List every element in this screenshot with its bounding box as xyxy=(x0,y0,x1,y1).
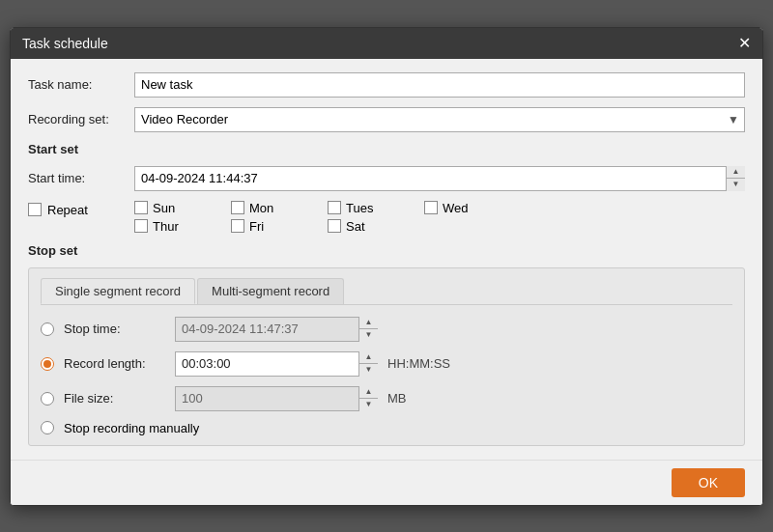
recording-set-select[interactable]: Video Recorder xyxy=(134,107,745,132)
record-length-up-arrow[interactable]: ▲ xyxy=(359,351,378,365)
thur-label: Thur xyxy=(153,219,179,234)
task-name-row: Task name: xyxy=(28,72,745,98)
stop-set-title: Stop set xyxy=(28,243,745,258)
fri-label: Fri xyxy=(249,219,264,234)
tues-label: Tues xyxy=(346,201,373,215)
record-length-unit: HH:MM:SS xyxy=(387,356,450,371)
stop-time-down-arrow[interactable]: ▼ xyxy=(359,329,378,342)
file-size-radio[interactable] xyxy=(41,392,54,406)
start-time-input[interactable] xyxy=(134,166,745,191)
file-size-arrows: ▲ ▼ xyxy=(358,386,378,411)
start-time-wrapper: ▲ ▼ xyxy=(134,166,745,191)
dialog-title: Task schedule xyxy=(22,36,108,51)
task-name-label: Task name: xyxy=(28,77,134,92)
file-size-spinbox-wrapper: ▲ ▼ xyxy=(175,386,378,411)
sat-checkbox[interactable] xyxy=(328,219,341,233)
stop-time-spinbox-wrapper: ▲ ▼ xyxy=(175,317,378,342)
recording-set-row: Recording set: Video Recorder ▼ xyxy=(28,107,745,132)
recording-set-label: Recording set: xyxy=(28,112,134,126)
mon-checkbox[interactable] xyxy=(231,201,244,214)
start-time-arrows: ▲ ▼ xyxy=(726,166,745,191)
record-length-down-arrow[interactable]: ▼ xyxy=(359,364,378,377)
tab-multi-segment[interactable]: Multi-segment record xyxy=(197,278,344,304)
stop-time-radio[interactable] xyxy=(41,322,54,336)
start-time-up-arrow[interactable]: ▲ xyxy=(727,166,745,180)
dialog-content: Task name: Recording set: Video Recorder… xyxy=(11,59,762,460)
mon-label: Mon xyxy=(249,201,273,215)
day-mon: Mon xyxy=(231,201,318,215)
footer: OK xyxy=(11,460,762,505)
file-size-row: File size: ▲ ▼ MB xyxy=(41,386,732,411)
tues-checkbox[interactable] xyxy=(328,201,341,214)
wed-label: Wed xyxy=(443,201,469,215)
day-tues: Tues xyxy=(328,201,415,215)
day-sat: Sat xyxy=(328,219,415,234)
days-grid: Sun Mon Tues Wed Thur xyxy=(134,201,511,234)
record-length-spinbox-wrapper: ▲ ▼ xyxy=(175,351,378,377)
fri-checkbox[interactable] xyxy=(231,219,244,233)
day-thur: Thur xyxy=(134,219,221,234)
record-length-row: Record length: ▲ ▼ HH:MM:SS xyxy=(41,351,732,377)
start-set-title: Start set xyxy=(28,142,745,156)
tab-single-segment[interactable]: Single segment record xyxy=(41,278,195,304)
file-size-unit: MB xyxy=(387,391,407,406)
record-length-radio[interactable] xyxy=(41,357,54,371)
start-time-row: Start time: ▲ ▼ xyxy=(28,166,745,191)
stop-time-row: Stop time: ▲ ▼ xyxy=(41,317,732,342)
repeat-label: Repeat xyxy=(47,203,88,217)
record-length-input[interactable] xyxy=(175,351,378,377)
tabs-row: Single segment record Multi-segment reco… xyxy=(41,278,732,305)
stop-time-arrows: ▲ ▼ xyxy=(358,317,378,342)
file-size-up-arrow[interactable]: ▲ xyxy=(359,386,378,400)
repeat-checkbox[interactable] xyxy=(28,203,42,216)
titlebar: Task schedule ✕ xyxy=(11,28,762,59)
day-sun: Sun xyxy=(134,201,221,215)
file-size-down-arrow[interactable]: ▼ xyxy=(359,399,378,411)
sun-checkbox[interactable] xyxy=(134,201,148,214)
file-size-label: File size: xyxy=(64,391,165,406)
record-length-arrows: ▲ ▼ xyxy=(358,351,378,377)
stop-time-label: Stop time: xyxy=(64,322,165,336)
task-name-input[interactable] xyxy=(134,72,745,98)
wed-checkbox[interactable] xyxy=(424,201,438,214)
record-length-label: Record length: xyxy=(64,356,165,371)
start-time-down-arrow[interactable]: ▼ xyxy=(727,179,745,191)
repeat-row: Repeat Sun Mon Tues Wed xyxy=(28,201,745,234)
sun-label: Sun xyxy=(153,201,175,215)
ok-button[interactable]: OK xyxy=(672,468,745,497)
task-schedule-dialog: Task schedule ✕ Task name: Recording set… xyxy=(10,27,763,506)
recording-set-wrapper: Video Recorder ▼ xyxy=(134,107,745,132)
stop-set-section: Single segment record Multi-segment reco… xyxy=(28,267,745,446)
thur-checkbox[interactable] xyxy=(134,219,148,233)
start-time-label: Start time: xyxy=(28,171,134,185)
close-button[interactable]: ✕ xyxy=(738,36,751,51)
stop-manual-row: Stop recording manually xyxy=(41,421,732,435)
file-size-input[interactable] xyxy=(175,386,378,411)
stop-time-input[interactable] xyxy=(175,317,378,342)
repeat-check-wrap: Repeat xyxy=(28,201,134,217)
stop-time-up-arrow[interactable]: ▲ xyxy=(359,317,378,330)
stop-manual-radio[interactable] xyxy=(41,421,54,434)
stop-manual-label: Stop recording manually xyxy=(64,421,199,435)
day-fri: Fri xyxy=(231,219,318,234)
day-wed: Wed xyxy=(424,201,511,215)
sat-label: Sat xyxy=(346,219,365,234)
